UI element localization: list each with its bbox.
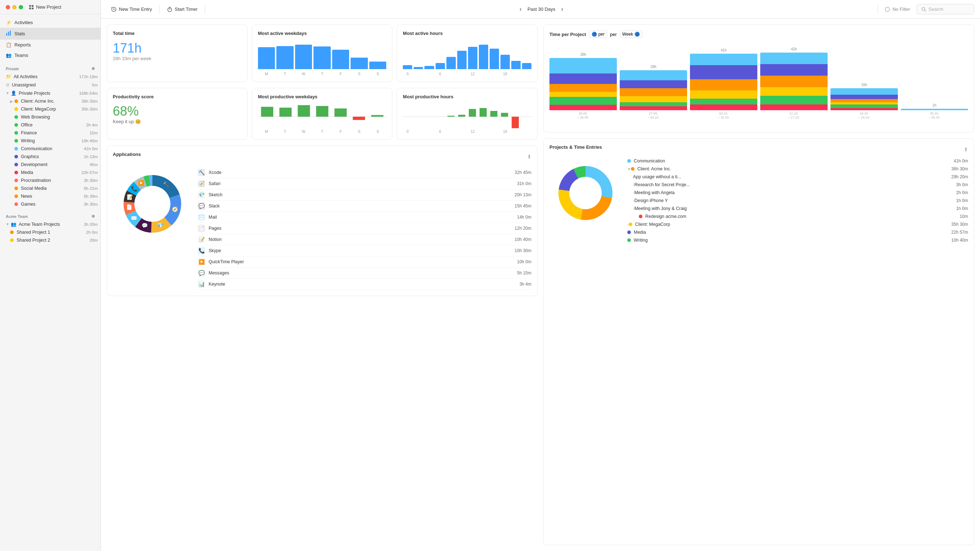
client-acme-item[interactable]: ▶ Client: Acme Inc. 36h 30m [0, 97, 100, 105]
web-browsing-label: Web Browsing [21, 114, 50, 119]
project-selector[interactable]: 🔵 per [589, 30, 607, 38]
stacked-bars-container: 38h26.09.– 26.09.29h27.09.– 03.10.41h04.… [549, 41, 968, 120]
week-selector[interactable]: Week 🔵 [620, 30, 643, 38]
app-row-9[interactable]: 💬 Messages 5h 15m [198, 268, 531, 279]
sidebar-item-reports[interactable]: 📋 Reports [0, 40, 100, 50]
app-row-3[interactable]: 💬 Slack 15h 45m [198, 201, 531, 212]
hour-label-1 [414, 72, 423, 76]
expand-icon: ▼ [6, 91, 10, 95]
app-row-10[interactable]: 📊 Keynote 3h 4m [198, 279, 531, 290]
active-weekdays-chart [258, 40, 387, 69]
new-project-button[interactable]: New Project [29, 4, 61, 10]
graphics-item[interactable]: Graphics 1h 13m [0, 153, 100, 160]
app-icon-3: 💬 [198, 202, 205, 210]
project-entry-row-3[interactable]: › Research for Secret Proje...3h 0m [627, 181, 968, 189]
start-timer-button[interactable]: Start Timer [162, 4, 202, 14]
app-name-3: Slack [208, 203, 514, 208]
prev-date-button[interactable]: ‹ [517, 4, 525, 14]
app-icon-10: 📊 [198, 281, 205, 288]
shared-project-1-item[interactable]: Shared Project 1 2h 0m [0, 228, 100, 236]
close-button[interactable] [6, 5, 10, 10]
project-entry-row-0[interactable]: Communication41h 0m [627, 157, 968, 165]
app-row-7[interactable]: 📞 Skype 10h 30m [198, 245, 531, 256]
hour-bar-6 [468, 47, 477, 69]
stats-icon [6, 30, 11, 37]
acme-team-projects-icon: 👥 [11, 221, 17, 227]
app-icon-6: 📝 [198, 236, 205, 243]
app-row-2[interactable]: 💎 Sketch 20h 13m [198, 189, 531, 201]
toolbar: New Time Entry Start Timer ‹ Past 30 Day… [101, 0, 980, 19]
segment-1-3 [620, 96, 687, 102]
stats-label: Stats [14, 31, 25, 37]
no-filter-button[interactable]: No Filter [881, 4, 914, 14]
news-item[interactable]: News 5h 39m [0, 192, 100, 200]
writing-time: 10h 40m [81, 139, 98, 143]
filter-icon [885, 6, 890, 12]
hour-bar-8 [490, 49, 499, 69]
procrastination-item[interactable]: Procrastination 3h 30m [0, 176, 100, 184]
games-item[interactable]: Games 3h 30m [0, 200, 100, 208]
productive-hours-labels: 061218 [403, 130, 531, 133]
svg-rect-20 [316, 106, 328, 117]
unassigned-item[interactable]: ⊘ Unassigned 5m [0, 81, 100, 89]
client-megacorp-item[interactable]: Client: MegaCorp 35h 30m [0, 105, 100, 113]
project-entry-row-5[interactable]: › Design iPhone Y1h 0m [627, 197, 968, 205]
project-entry-row-4[interactable]: › Meeting with Angela2h 0m [627, 189, 968, 197]
project-entry-row-6[interactable]: › Meeting with Jony & Craig1h 0m [627, 205, 968, 213]
sidebar-item-activities[interactable]: ⚡ Activities [0, 17, 100, 28]
project-entry-row-8[interactable]: › Client: MegaCorp35h 30m [627, 221, 968, 228]
app-row-8[interactable]: ▶️ QuickTime Player 10h 0m [198, 256, 531, 268]
project-entry-row-10[interactable]: Writing10h 40m [627, 236, 968, 244]
add-private-icon[interactable]: ⊕ [92, 66, 95, 71]
web-browsing-item[interactable]: Web Browsing [0, 113, 100, 121]
acme-team-projects-item[interactable]: ▼ 👥 Acme Team Projects 2h 20m [0, 220, 100, 228]
hour-label-5 [457, 72, 466, 76]
project-entry-row-1[interactable]: ▼ Client: Acme Inc.36h 30m [627, 165, 968, 173]
media-item[interactable]: Media 22h 57m [0, 168, 100, 176]
client-megacorp-time: 35h 30m [81, 107, 98, 111]
app-row-6[interactable]: 📝 Notion 10h 40m [198, 234, 531, 245]
social-media-item[interactable]: Social Media 5h 21m [0, 184, 100, 192]
private-projects-item[interactable]: ▼ 👤 Private Projects 168h 54m [0, 89, 100, 97]
projects-title: Projects & Time Entries [549, 144, 602, 150]
app-row-5[interactable]: 📄 Pages 12h 20m [198, 223, 531, 234]
writing-item[interactable]: Writing 10h 40m [0, 137, 100, 145]
time-per-project-title: Time per Project [549, 32, 586, 37]
project-entry-row-9[interactable]: Media22h 57m [627, 228, 968, 236]
communication-item[interactable]: Communication 41h 0m [0, 145, 100, 153]
new-time-entry-button[interactable]: New Time Entry [107, 4, 156, 14]
segment-3-1 [760, 64, 827, 76]
add-team-icon[interactable]: ⊕ [92, 214, 95, 219]
proj-dot-0 [627, 159, 631, 163]
next-date-button[interactable]: › [558, 4, 566, 14]
office-item[interactable]: Office 2h 4m [0, 121, 100, 129]
app-name-0: Xcode [208, 170, 514, 175]
search-box[interactable]: Search [916, 4, 974, 14]
app-row-4[interactable]: ✉️ Mail 14h 0m [198, 212, 531, 223]
hour-bar-9 [500, 55, 510, 69]
app-row-1[interactable]: 🧭 Safari 31h 0m [198, 178, 531, 189]
sidebar-header: New Project [0, 0, 100, 14]
projects-share-icon[interactable]: ⬆ [964, 146, 968, 152]
shared-project-2-item[interactable]: Shared Project 2 20m [0, 236, 100, 244]
svg-rect-26 [458, 115, 466, 117]
project-entry-row-7[interactable]: Redesign acme.com10m [627, 213, 968, 221]
projects-donut-chart [549, 157, 622, 244]
total-time-perweek: 28h 33m per week [113, 56, 242, 61]
all-activities-item[interactable]: 📁 All Activities 171h 19m [0, 72, 100, 81]
project-entry-row-2[interactable]: App usage without a ti...29h 20m [627, 173, 968, 181]
sidebar-item-teams[interactable]: 👥 Teams [0, 50, 100, 60]
maximize-button[interactable] [19, 5, 23, 10]
applications-header: Applications ⬆ [113, 152, 531, 161]
svg-rect-19 [298, 105, 310, 117]
app-row-0[interactable]: 🔨 Xcode 32h 45m [198, 167, 531, 178]
development-item[interactable]: Development 45m [0, 160, 100, 168]
proj-dot-8 [629, 222, 632, 226]
minimize-button[interactable] [12, 5, 17, 10]
prod-week-label [522, 130, 531, 133]
applications-share-icon[interactable]: ⬆ [527, 154, 531, 160]
finance-item[interactable]: Finance 15m [0, 129, 100, 137]
sidebar-item-stats[interactable]: Stats [0, 28, 100, 40]
app-time-8: 10h 0m [517, 259, 531, 264]
hour-label-0: 0 [403, 72, 412, 76]
